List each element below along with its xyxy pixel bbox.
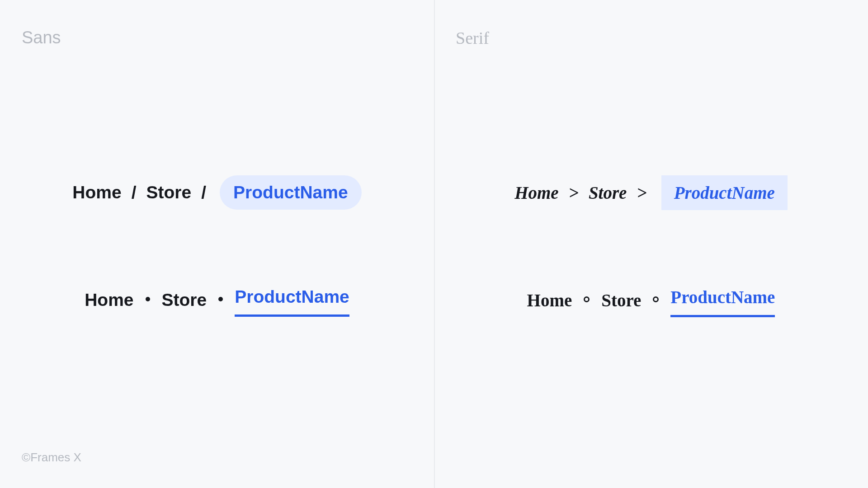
- separator-chevron-icon: >: [569, 183, 579, 203]
- separator-slash-icon: /: [201, 183, 206, 202]
- footer-credit: ©Frames X: [22, 450, 81, 465]
- separator-ring-icon: [653, 296, 659, 302]
- breadcrumb-sans-dot: Home Store ProductName: [0, 287, 434, 313]
- crumb-home[interactable]: Home: [514, 183, 558, 203]
- crumb-current-product[interactable]: ProductName: [220, 175, 362, 210]
- panel-title-serif: Serif: [456, 28, 489, 48]
- crumb-home[interactable]: Home: [72, 183, 121, 202]
- separator-dot-icon: [218, 297, 223, 301]
- crumb-store[interactable]: Store: [162, 290, 207, 310]
- crumb-current-product[interactable]: ProductName: [235, 287, 349, 313]
- crumb-home[interactable]: Home: [85, 290, 133, 310]
- breadcrumb-sans-slash: Home / Store / ProductName: [0, 175, 434, 210]
- panel-title-sans: Sans: [22, 28, 61, 47]
- separator-ring-icon: [584, 296, 590, 302]
- crumb-current-product[interactable]: ProductName: [670, 287, 775, 314]
- sans-panel: Sans Home / Store / ProductName Home Sto…: [0, 0, 434, 488]
- crumb-home[interactable]: Home: [527, 290, 572, 310]
- crumb-store[interactable]: Store: [146, 183, 192, 202]
- breadcrumb-serif-chevron: Home > Store > ProductName: [434, 175, 868, 210]
- crumb-store[interactable]: Store: [601, 290, 641, 310]
- crumb-current-product[interactable]: ProductName: [661, 175, 788, 210]
- separator-dot-icon: [146, 297, 150, 301]
- serif-panel: Serif Home > Store > ProductName Home St…: [434, 0, 868, 488]
- separator-slash-icon: /: [132, 183, 137, 202]
- breadcrumb-serif-ring: Home Store ProductName: [434, 287, 868, 314]
- separator-chevron-icon: >: [637, 183, 646, 203]
- crumb-store[interactable]: Store: [589, 183, 627, 203]
